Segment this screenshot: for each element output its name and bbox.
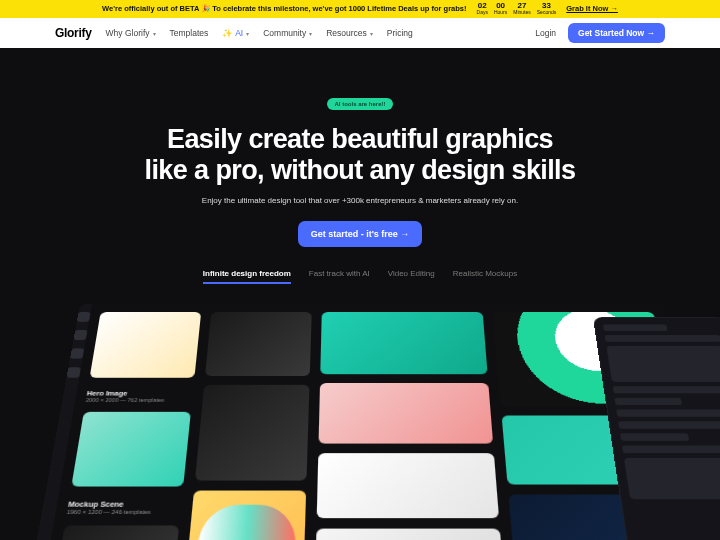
countdown: 02Days 00Hours 27Minutes 33Seconds bbox=[477, 2, 557, 15]
template-card[interactable] bbox=[315, 528, 506, 540]
inspector-row bbox=[603, 324, 667, 331]
promo-text: We're officially out of BETA 🎉 To celebr… bbox=[102, 4, 466, 13]
nav-resources[interactable]: Resources▾ bbox=[326, 28, 373, 38]
inspector-row bbox=[613, 386, 720, 393]
tab-realistic-mockups[interactable]: Realistic Mockups bbox=[453, 269, 517, 284]
get-started-nav-button[interactable]: Get Started Now → bbox=[568, 23, 665, 43]
gallery-section-mockup-scene: Mockup Scene 1960 × 1200 — 246 templates bbox=[67, 496, 183, 514]
tab-fast-track-ai[interactable]: Fast track with AI bbox=[309, 269, 370, 284]
template-card[interactable] bbox=[183, 490, 306, 540]
promo-cta-link[interactable]: Grab It Now → bbox=[566, 4, 618, 13]
hero: AI tools are here!! Easily create beauti… bbox=[0, 48, 720, 296]
showcase: Hero Image 2000 × 2000 — 762 templates M… bbox=[0, 304, 720, 540]
chevron-down-icon: ▾ bbox=[309, 30, 312, 37]
nav-pricing[interactable]: Pricing bbox=[387, 28, 413, 38]
login-link[interactable]: Login bbox=[535, 28, 556, 38]
hero-heading: Easily create beautiful graphics like a … bbox=[60, 124, 660, 186]
inspector-preview bbox=[606, 346, 720, 382]
hero-pill: AI tools are here!! bbox=[327, 98, 392, 110]
chevron-down-icon: ▾ bbox=[246, 30, 249, 37]
hero-subtitle: Enjoy the ultimate design tool that over… bbox=[195, 196, 525, 207]
template-card[interactable] bbox=[319, 383, 494, 443]
inspector-row bbox=[616, 409, 720, 416]
inspector-row bbox=[618, 421, 720, 428]
template-card[interactable] bbox=[205, 312, 312, 376]
gallery-section-hero-image: Hero Image 2000 × 2000 — 762 templates bbox=[85, 386, 193, 402]
tab-infinite-design[interactable]: Infinite design freedom bbox=[203, 269, 291, 284]
nav-ai[interactable]: ✨ AI▾ bbox=[222, 28, 249, 38]
chevron-down-icon: ▾ bbox=[153, 30, 156, 37]
showcase-tabs: Infinite design freedom Fast track with … bbox=[60, 269, 660, 284]
inspector-row bbox=[614, 398, 681, 405]
template-card[interactable] bbox=[195, 385, 310, 481]
template-card[interactable] bbox=[52, 525, 179, 540]
template-card[interactable] bbox=[317, 453, 499, 518]
inspector-row bbox=[605, 335, 720, 342]
chevron-down-icon: ▾ bbox=[370, 30, 373, 37]
template-card[interactable] bbox=[320, 312, 487, 374]
inspector-row bbox=[622, 445, 720, 453]
inspector-row bbox=[620, 433, 689, 440]
nav-templates[interactable]: Templates bbox=[170, 28, 209, 38]
template-card[interactable] bbox=[90, 312, 202, 378]
inspector-preview bbox=[624, 458, 720, 499]
nav-community[interactable]: Community▾ bbox=[263, 28, 312, 38]
nav-why-glorify[interactable]: Why Glorify▾ bbox=[106, 28, 156, 38]
promo-bar: We're officially out of BETA 🎉 To celebr… bbox=[0, 0, 720, 18]
logo[interactable]: Glorify bbox=[55, 26, 92, 40]
top-nav: Glorify Why Glorify▾ Templates ✨ AI▾ Com… bbox=[0, 18, 720, 48]
get-started-hero-button[interactable]: Get started - it's free → bbox=[298, 221, 423, 247]
template-card[interactable] bbox=[71, 412, 191, 487]
tab-video-editing[interactable]: Video Editing bbox=[388, 269, 435, 284]
